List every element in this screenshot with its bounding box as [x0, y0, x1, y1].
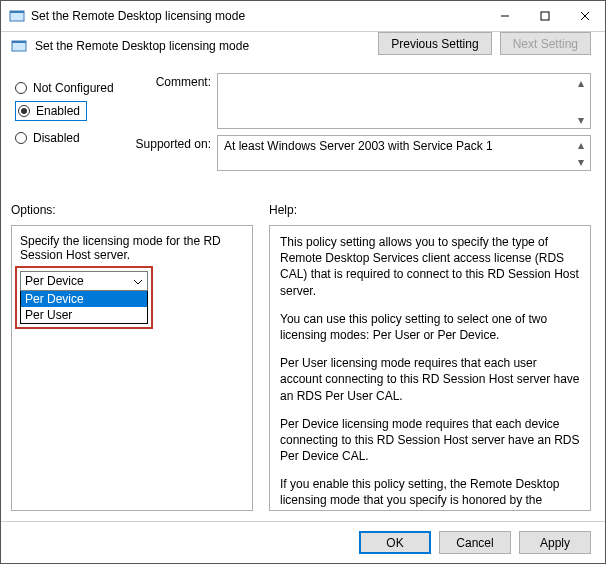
svg-rect-1 — [10, 11, 24, 13]
ok-button[interactable]: OK — [359, 531, 431, 554]
svg-rect-3 — [541, 12, 549, 20]
help-text: You can use this policy setting to selec… — [280, 311, 580, 343]
help-text: Per User licensing mode requires that ea… — [280, 355, 580, 404]
apply-button[interactable]: Apply — [519, 531, 591, 554]
form-area: Comment: ▴ ▾ Supported on: At least Wind… — [135, 73, 591, 177]
options-prompt: Specify the licensing mode for the RD Se… — [20, 234, 244, 262]
comment-input[interactable]: ▴ ▾ — [217, 73, 591, 129]
radio-icon — [15, 132, 27, 144]
radio-label: Not Configured — [33, 81, 114, 95]
radio-not-configured[interactable]: Not Configured — [15, 75, 125, 101]
options-heading: Options: — [11, 203, 253, 217]
next-setting-button: Next Setting — [500, 32, 591, 55]
window-title: Set the Remote Desktop licensing mode — [31, 9, 485, 23]
options-column: Options: Specify the licensing mode for … — [1, 197, 263, 521]
supported-on-label: Supported on: — [135, 135, 217, 171]
radio-label: Enabled — [36, 104, 80, 118]
help-text: Per Device licensing mode requires that … — [280, 416, 580, 465]
radio-label: Disabled — [33, 131, 80, 145]
help-heading: Help: — [269, 203, 591, 217]
options-panel: Specify the licensing mode for the RD Se… — [11, 225, 253, 511]
state-radio-group: Not Configured Enabled Disabled — [15, 75, 125, 151]
nav-row: Previous Setting Next Setting — [1, 26, 605, 67]
previous-setting-button[interactable]: Previous Setting — [378, 32, 491, 55]
scroll-up-icon[interactable]: ▴ — [573, 137, 588, 152]
radio-disabled[interactable]: Disabled — [15, 125, 125, 151]
dropdown-list: Per Device Per User — [20, 291, 148, 324]
scroll-down-icon[interactable]: ▾ — [573, 154, 588, 169]
dropdown-selected: Per Device — [25, 274, 84, 288]
gpo-dialog-window: Set the Remote Desktop licensing mode Se… — [0, 0, 606, 564]
supported-on-value: At least Windows Server 2003 with Servic… — [224, 139, 493, 153]
scroll-up-icon[interactable]: ▴ — [573, 75, 588, 90]
footer: OK Cancel Apply — [1, 521, 605, 563]
columns: Options: Specify the licensing mode for … — [1, 197, 605, 521]
comment-label: Comment: — [135, 73, 217, 129]
help-text: This policy setting allows you to specif… — [280, 234, 580, 299]
radio-icon — [18, 105, 30, 117]
help-column: Help: This policy setting allows you to … — [263, 197, 605, 521]
help-text: If you enable this policy setting, the R… — [280, 476, 580, 511]
scroll-down-icon[interactable]: ▾ — [573, 112, 588, 127]
policy-icon — [9, 8, 25, 24]
help-panel: This policy setting allows you to specif… — [269, 225, 591, 511]
cancel-button[interactable]: Cancel — [439, 531, 511, 554]
licensing-mode-dropdown[interactable]: Per Device — [20, 271, 148, 291]
radio-enabled[interactable]: Enabled — [15, 101, 87, 121]
licensing-mode-highlight: Per Device Per Device Per User — [15, 266, 153, 329]
chevron-down-icon — [133, 276, 143, 286]
dropdown-option-per-user[interactable]: Per User — [21, 307, 147, 323]
dropdown-option-per-device[interactable]: Per Device — [21, 291, 147, 307]
supported-on-field: At least Windows Server 2003 with Servic… — [217, 135, 591, 171]
radio-icon — [15, 82, 27, 94]
